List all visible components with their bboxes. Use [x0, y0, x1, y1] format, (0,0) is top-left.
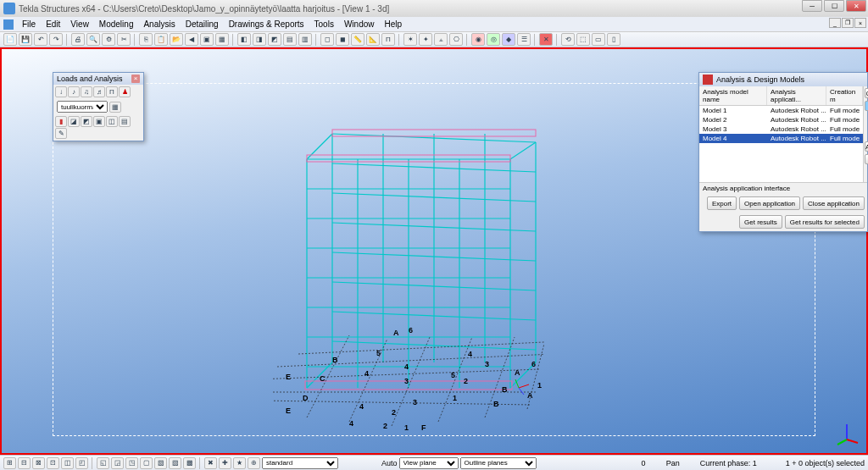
- tool-icon[interactable]: ◆: [502, 33, 515, 46]
- snap-icon[interactable]: ◳: [125, 457, 138, 469]
- open-icon[interactable]: 📂: [170, 33, 183, 46]
- close-icon[interactable]: ×: [131, 75, 140, 83]
- snap-icon[interactable]: ✚: [219, 457, 231, 469]
- load-tool-icon[interactable]: ◫: [106, 116, 118, 127]
- mdi-minimize[interactable]: _: [829, 18, 841, 28]
- snap-icon[interactable]: ◱: [97, 457, 109, 469]
- redo-icon[interactable]: ↷: [49, 33, 63, 46]
- menu-view[interactable]: View: [65, 18, 94, 30]
- tool-icon[interactable]: ◧: [237, 33, 251, 46]
- tool-icon[interactable]: ◩: [268, 33, 281, 46]
- tool-icon[interactable]: ⟲: [561, 33, 575, 46]
- view-plane-select[interactable]: View plane: [399, 457, 459, 469]
- select-button[interactable]: S: [865, 154, 868, 164]
- menu-analysis[interactable]: Analysis: [138, 18, 180, 30]
- load-tool-icon[interactable]: ♫: [81, 86, 92, 97]
- measure-icon[interactable]: 📏: [351, 33, 364, 46]
- snap-icon[interactable]: ⊞: [3, 457, 16, 469]
- analysis-design-panel[interactable]: Analysis & Design Models Analysis model …: [698, 72, 868, 232]
- undo-icon[interactable]: ↶: [34, 33, 47, 46]
- table-row[interactable]: Model 1 Autodesk Robot ... Full mode: [699, 106, 863, 115]
- analysis-table-body[interactable]: Model 1 Autodesk Robot ... Full mode Mod…: [699, 106, 863, 182]
- get-results-button[interactable]: Get results: [739, 215, 782, 229]
- menu-window[interactable]: Window: [339, 18, 380, 30]
- find-icon[interactable]: 🔍: [86, 33, 100, 46]
- snap-icon[interactable]: ▩: [183, 457, 196, 469]
- new-icon[interactable]: 📄: [3, 33, 17, 46]
- tool-icon[interactable]: ⎔: [449, 33, 463, 46]
- add-button[interactable]: Add: [865, 141, 868, 152]
- mdi-restore[interactable]: ❐: [842, 18, 854, 28]
- table-row[interactable]: Model 2 Autodesk Robot ... Full mode: [699, 115, 863, 124]
- menu-edit[interactable]: Edit: [41, 18, 65, 30]
- open-application-button[interactable]: Open application: [739, 196, 800, 210]
- table-row[interactable]: Model 3 Autodesk Robot ... Full mode: [699, 124, 863, 134]
- load-tool-icon[interactable]: ▤: [119, 116, 131, 127]
- tool-icon[interactable]: ⬚: [576, 33, 590, 46]
- mdi-close[interactable]: ×: [854, 18, 866, 28]
- close-button[interactable]: ✕: [846, 0, 866, 12]
- menu-modeling[interactable]: Modeling: [94, 18, 139, 30]
- snap-icon[interactable]: ✖: [204, 457, 217, 469]
- tool-icon[interactable]: ⟁: [434, 33, 448, 46]
- tool-icon[interactable]: ▤: [283, 33, 297, 46]
- snap-icon[interactable]: ★: [233, 457, 246, 469]
- tool-icon[interactable]: ✦: [419, 33, 432, 46]
- snap-icon[interactable]: ⊟: [18, 457, 31, 469]
- box-icon[interactable]: ◼: [336, 33, 349, 46]
- toggle-icon[interactable]: ▦: [109, 102, 121, 113]
- tool-icon[interactable]: ▦: [215, 33, 229, 46]
- snap-set-select[interactable]: standard: [262, 457, 338, 469]
- snap-icon[interactable]: ⊠: [32, 457, 45, 469]
- tool-icon[interactable]: ▣: [200, 33, 214, 46]
- tool-icon[interactable]: ◎: [487, 33, 500, 46]
- snap-icon[interactable]: ▧: [154, 457, 167, 469]
- box-icon[interactable]: ◻: [320, 33, 334, 46]
- print-icon[interactable]: 🖨: [71, 33, 85, 46]
- loads-analysis-panel[interactable]: Loads and Analysis × ↓ ♪ ♫ ♬ Π ♟ tuuliku…: [53, 72, 144, 141]
- load-group-select[interactable]: tuulikuormax: [57, 101, 108, 113]
- minimize-button[interactable]: ─: [802, 0, 822, 12]
- copy-icon[interactable]: ⎘: [139, 33, 153, 46]
- load-tool-icon[interactable]: ◩: [81, 116, 92, 127]
- load-tool-icon[interactable]: ♬: [93, 86, 105, 97]
- back-icon[interactable]: ◀: [185, 33, 198, 46]
- paste-icon[interactable]: 📋: [154, 33, 168, 46]
- tool-icon[interactable]: ◨: [253, 33, 266, 46]
- load-tool-icon[interactable]: ↓: [55, 86, 67, 97]
- menu-detailing[interactable]: Detailing: [181, 18, 224, 30]
- settings-icon[interactable]: ⚙: [102, 33, 115, 46]
- create-button[interactable]: Cre: [865, 88, 868, 98]
- snap-icon[interactable]: ◰: [75, 457, 88, 469]
- snap-icon[interactable]: ▨: [169, 457, 181, 469]
- tool-icon[interactable]: ▯: [607, 33, 620, 46]
- load-tool-icon[interactable]: ▮: [55, 116, 67, 127]
- tool-icon[interactable]: ◉: [471, 33, 485, 46]
- tool-icon[interactable]: ▥: [298, 33, 312, 46]
- snap-icon[interactable]: ▢: [140, 457, 153, 469]
- tool-icon[interactable]: ✶: [403, 33, 417, 46]
- snap-icon[interactable]: ◫: [61, 457, 74, 469]
- snap-icon[interactable]: ⊡: [47, 457, 59, 469]
- maximize-button[interactable]: ☐: [824, 0, 844, 12]
- outline-planes-select[interactable]: Outline planes: [460, 457, 537, 469]
- measure-icon[interactable]: 📐: [366, 33, 380, 46]
- tool-icon[interactable]: ▭: [592, 33, 605, 46]
- menu-help[interactable]: Help: [379, 18, 407, 30]
- close-application-button[interactable]: Close application: [803, 196, 865, 210]
- get-results-selected-button[interactable]: Get results for selected: [785, 215, 865, 229]
- new-button[interactable]: N: [865, 101, 868, 111]
- load-tool-icon[interactable]: ◪: [68, 116, 80, 127]
- export-button[interactable]: Export: [707, 196, 737, 210]
- load-tool-icon[interactable]: ▣: [93, 116, 105, 127]
- load-tool-icon[interactable]: ♪: [68, 86, 80, 97]
- menu-file[interactable]: File: [17, 18, 41, 30]
- cut-icon[interactable]: ✂: [117, 33, 131, 46]
- load-tool-icon[interactable]: ✎: [55, 128, 67, 139]
- snap-icon[interactable]: ⊕: [248, 457, 260, 469]
- save-icon[interactable]: 💾: [19, 33, 32, 46]
- tool-icon[interactable]: Π: [381, 33, 395, 46]
- load-tool-icon[interactable]: ♟: [119, 86, 131, 97]
- tool-icon[interactable]: ✕: [539, 33, 553, 46]
- menu-drawings-reports[interactable]: Drawings & Reports: [224, 18, 309, 30]
